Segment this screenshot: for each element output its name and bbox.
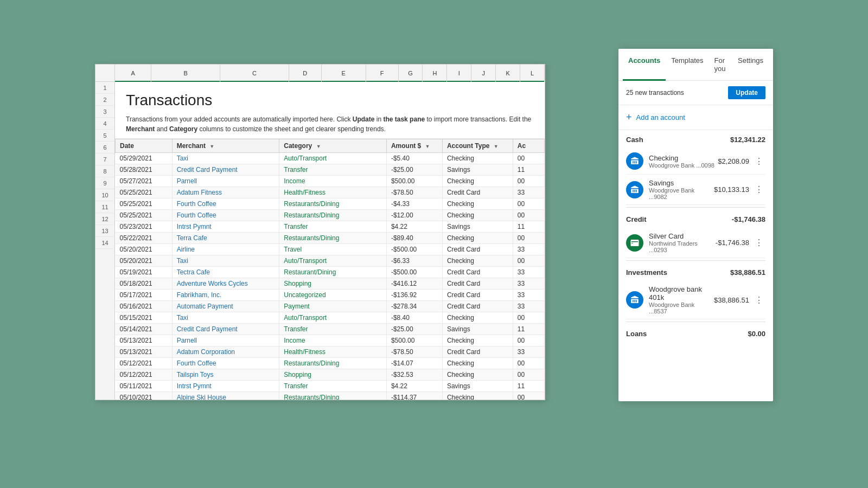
- cell-ac: 00: [513, 198, 544, 210]
- tab-templates[interactable]: Templates: [666, 49, 709, 81]
- cell-category[interactable]: Auto/Transport: [279, 255, 387, 267]
- cell-category[interactable]: Health/Fitness: [279, 346, 387, 358]
- cell-category[interactable]: Restaurants/Dining: [279, 392, 387, 400]
- cell-merchant[interactable]: Taxi: [172, 312, 279, 324]
- cell-category[interactable]: Transfer: [279, 164, 387, 176]
- cell-category[interactable]: Transfer: [279, 324, 387, 335]
- cell-category[interactable]: Income: [279, 176, 387, 187]
- cell-ac: 11: [513, 381, 544, 392]
- more-options-icon[interactable]: ⋮: [752, 183, 765, 196]
- cell-date: 05/17/2021: [116, 290, 173, 301]
- cell-category[interactable]: Transfer: [279, 221, 387, 233]
- cell-category[interactable]: Auto/Transport: [279, 153, 387, 164]
- cell-date: 05/25/2021: [116, 210, 173, 221]
- cell-merchant[interactable]: Credit Card Payment: [172, 324, 279, 335]
- cell-ac: 00: [513, 358, 544, 369]
- cell-merchant[interactable]: Automatic Payment: [172, 301, 279, 312]
- cell-date: 05/25/2021: [116, 187, 173, 198]
- section-title: Cash: [626, 136, 643, 144]
- cell-merchant[interactable]: Fourth Coffee: [172, 358, 279, 369]
- cell-merchant[interactable]: Airline: [172, 244, 279, 255]
- account-icon: [626, 152, 643, 170]
- cell-date: 05/13/2021: [116, 346, 173, 358]
- cell-merchant[interactable]: Adatum Corporation: [172, 346, 279, 358]
- merchant-filter-icon[interactable]: ▼: [209, 144, 214, 149]
- cell-category[interactable]: Transfer: [279, 381, 387, 392]
- table-row: 05/25/2021 Adatum Fitness Health/Fitness…: [116, 187, 545, 198]
- cell-amount: -$500.00: [386, 244, 442, 255]
- section-header: Cash $12,341.22: [626, 136, 765, 144]
- section-title: Investments: [626, 268, 667, 277]
- cell-ac: 33: [513, 290, 544, 301]
- cell-merchant[interactable]: Tectra Cafe: [172, 267, 279, 278]
- cell-category[interactable]: Auto/Transport: [279, 312, 387, 324]
- cell-merchant[interactable]: Fourth Coffee: [172, 210, 279, 221]
- row-num-2: 2: [95, 94, 114, 106]
- cell-merchant[interactable]: Intrst Pymnt: [172, 381, 279, 392]
- cell-merchant[interactable]: Adatum Fitness: [172, 187, 279, 198]
- cell-category[interactable]: Restaurants/Dining: [279, 210, 387, 221]
- cell-category[interactable]: Restaurants/Dining: [279, 198, 387, 210]
- cell-merchant[interactable]: Adventure Works Cycles: [172, 278, 279, 290]
- cell-category[interactable]: Uncategorized: [279, 290, 387, 301]
- row-num-7: 7: [95, 153, 114, 165]
- col-ac-header: Ac: [513, 139, 544, 153]
- tab-for-you[interactable]: For you: [709, 49, 732, 81]
- cell-ac: 00: [513, 312, 544, 324]
- account-sub: Woodgrove Bank ...8537: [649, 301, 714, 314]
- more-options-icon[interactable]: ⋮: [752, 236, 765, 249]
- account-item: Silver Card Northwind Traders ...0293 -$…: [626, 228, 765, 258]
- more-options-icon[interactable]: ⋮: [752, 155, 765, 168]
- cell-merchant[interactable]: Terra Cafe: [172, 233, 279, 244]
- section-divider: [626, 207, 765, 208]
- cell-date: 05/12/2021: [116, 369, 173, 381]
- cell-date: 05/13/2021: [116, 335, 173, 346]
- cell-merchant[interactable]: Alpine Ski House: [172, 392, 279, 400]
- row-num-12: 12: [95, 213, 114, 225]
- add-account-text: Add an account: [636, 113, 685, 121]
- account-details: Woodgrove bank 401k Woodgrove Bank ...85…: [649, 285, 714, 314]
- cell-merchant[interactable]: Fourth Coffee: [172, 198, 279, 210]
- cell-category[interactable]: Restaurant/Dining: [279, 267, 387, 278]
- more-options-icon[interactable]: ⋮: [752, 294, 765, 306]
- cell-ac: 00: [513, 153, 544, 164]
- tab-settings[interactable]: Settings: [732, 49, 769, 81]
- cell-category[interactable]: Payment: [279, 301, 387, 312]
- cell-amount: -$114.37: [386, 392, 442, 400]
- cell-date: 05/28/2021: [116, 164, 173, 176]
- amount-filter-icon[interactable]: ▼: [425, 144, 430, 149]
- accounttype-filter-icon[interactable]: ▼: [494, 144, 499, 149]
- add-account-row[interactable]: + Add an account: [618, 105, 773, 130]
- cell-category[interactable]: Restaurants/Dining: [279, 358, 387, 369]
- cell-account-type: Checking: [442, 210, 513, 221]
- cell-category[interactable]: Shopping: [279, 369, 387, 381]
- update-button[interactable]: Update: [728, 86, 765, 99]
- account-name: Checking: [649, 154, 718, 162]
- cell-ac: 00: [513, 255, 544, 267]
- cell-category[interactable]: Shopping: [279, 278, 387, 290]
- cell-merchant[interactable]: Parnell: [172, 176, 279, 187]
- section-title: Loans: [626, 330, 647, 338]
- cell-amount: $500.00: [386, 176, 442, 187]
- row-num-11: 11: [95, 201, 114, 213]
- cell-merchant[interactable]: Intrst Pymnt: [172, 221, 279, 233]
- cell-category[interactable]: Health/Fitness: [279, 187, 387, 198]
- cell-merchant[interactable]: Taxi: [172, 153, 279, 164]
- cell-merchant[interactable]: Fabrikham, Inc.: [172, 290, 279, 301]
- cell-category[interactable]: Restaurants/Dining: [279, 233, 387, 244]
- cell-merchant[interactable]: Parnell: [172, 335, 279, 346]
- cell-merchant[interactable]: Taxi: [172, 255, 279, 267]
- col-header-d: D: [289, 65, 322, 82]
- cell-amount: $4.22: [386, 381, 442, 392]
- cell-account-type: Savings: [442, 381, 513, 392]
- cell-date: 05/12/2021: [116, 358, 173, 369]
- account-icon: [626, 234, 643, 252]
- category-filter-icon[interactable]: ▼: [316, 144, 321, 149]
- cell-merchant[interactable]: Tailspin Toys: [172, 369, 279, 381]
- cell-merchant[interactable]: Credit Card Payment: [172, 164, 279, 176]
- cell-category[interactable]: Travel: [279, 244, 387, 255]
- cell-ac: 33: [513, 346, 544, 358]
- account-section-credit: Credit -$1,746.38 Silver Card Northwind …: [618, 210, 773, 258]
- cell-category[interactable]: Income: [279, 335, 387, 346]
- tab-accounts[interactable]: Accounts: [623, 49, 666, 81]
